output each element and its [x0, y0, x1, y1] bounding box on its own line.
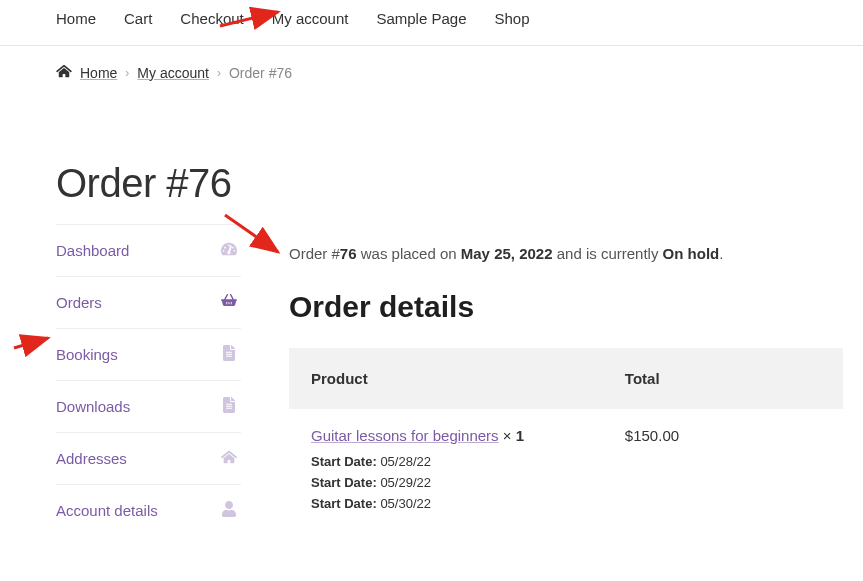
nav-my-account[interactable]: My account [272, 10, 349, 27]
product-qty: 1 [516, 427, 524, 444]
meta-label: Start Date: [311, 496, 377, 511]
header-product: Product [311, 370, 625, 387]
breadcrumb-current: Order #76 [229, 65, 292, 81]
sidenav-item-label: Orders [56, 294, 102, 311]
order-state: On hold [663, 245, 720, 262]
sidenav-addresses[interactable]: Addresses [56, 433, 241, 485]
meta-label: Start Date: [311, 454, 377, 469]
breadcrumb-home[interactable]: Home [80, 65, 117, 81]
nav-shop[interactable]: Shop [495, 10, 530, 27]
product-link[interactable]: Guitar lessons for beginners [311, 427, 499, 444]
home-icon [221, 449, 237, 468]
file-icon [221, 397, 237, 416]
home-icon [56, 64, 72, 81]
order-details-table: Product Total Guitar lessons for beginne… [289, 348, 843, 532]
meta-label: Start Date: [311, 475, 377, 490]
status-text: and is currently [553, 245, 663, 262]
sidenav-downloads[interactable]: Downloads [56, 381, 241, 433]
status-text: . [719, 245, 723, 262]
cell-product: Guitar lessons for beginners × 1 Start D… [311, 427, 625, 514]
main: Order #76 Dashboard Orders Bookings [0, 161, 863, 536]
sidenav-item-label: Downloads [56, 398, 130, 415]
sidenav-dashboard[interactable]: Dashboard [56, 225, 241, 277]
sidenav-orders[interactable]: Orders [56, 277, 241, 329]
nav-cart[interactable]: Cart [124, 10, 152, 27]
page-title: Order #76 [56, 161, 241, 206]
file-icon [221, 345, 237, 364]
sidenav-item-label: Bookings [56, 346, 118, 363]
user-icon [221, 501, 237, 520]
status-text: Order # [289, 245, 340, 262]
sidenav-item-label: Addresses [56, 450, 127, 467]
sidenav-item-label: Account details [56, 502, 158, 519]
qty-prefix: × [499, 427, 516, 444]
dashboard-icon [221, 241, 237, 260]
table-header: Product Total [289, 348, 843, 409]
right-column: Order #76 was placed on May 25, 2022 and… [289, 161, 843, 536]
order-number: 76 [340, 245, 357, 262]
breadcrumb-myaccount[interactable]: My account [137, 65, 209, 81]
chevron-right-icon: › [125, 66, 129, 80]
product-meta: Start Date: 05/28/22 Start Date: 05/29/2… [311, 452, 625, 514]
chevron-right-icon: › [217, 66, 221, 80]
header-total: Total [625, 370, 821, 387]
breadcrumb: Home › My account › Order #76 [0, 46, 863, 81]
nav-checkout[interactable]: Checkout [180, 10, 243, 27]
order-date: May 25, 2022 [461, 245, 553, 262]
left-column: Order #76 Dashboard Orders Bookings [56, 161, 241, 536]
cell-total: $150.00 [625, 427, 821, 514]
top-nav: Home Cart Checkout My account Sample Pag… [0, 0, 863, 46]
order-details-title: Order details [289, 290, 843, 324]
nav-sample-page[interactable]: Sample Page [376, 10, 466, 27]
basket-icon [221, 293, 237, 312]
sidenav-item-label: Dashboard [56, 242, 129, 259]
sidenav-account-details[interactable]: Account details [56, 485, 241, 536]
order-status-line: Order #76 was placed on May 25, 2022 and… [289, 245, 843, 262]
table-row: Guitar lessons for beginners × 1 Start D… [289, 409, 843, 532]
account-sidenav: Dashboard Orders Bookings Downloads [56, 224, 241, 536]
meta-date: 05/28/22 [380, 454, 431, 469]
meta-date: 05/30/22 [380, 496, 431, 511]
meta-date: 05/29/22 [380, 475, 431, 490]
nav-home[interactable]: Home [56, 10, 96, 27]
status-text: was placed on [357, 245, 461, 262]
sidenav-bookings[interactable]: Bookings [56, 329, 241, 381]
